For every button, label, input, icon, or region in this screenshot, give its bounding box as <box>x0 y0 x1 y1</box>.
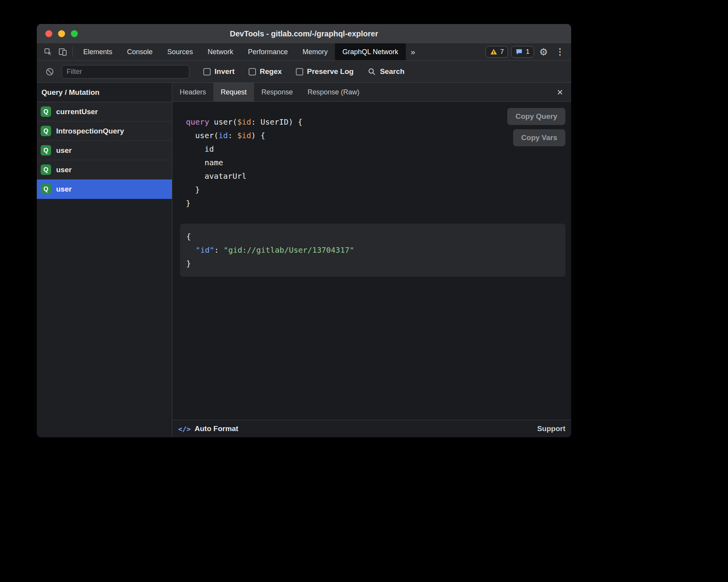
checkbox-box-invert[interactable] <box>203 68 211 75</box>
query-type-badge: Q <box>41 184 51 194</box>
code-token: "id" <box>196 245 214 255</box>
devtools-status-cluster: 7 1 ⚙ ⋮ <box>486 43 571 60</box>
messages-badge[interactable]: 1 <box>511 46 534 58</box>
variables-code: { "id": "gid://gitlab/User/13704317"} <box>186 230 559 270</box>
checkbox-regex[interactable]: Regex <box>249 67 282 76</box>
devtools-toolbar-icons <box>37 43 69 60</box>
filter-toolbar: InvertRegexPreserve Log Search <box>37 61 571 83</box>
query-type-badge: Q <box>41 145 51 156</box>
detail-tab-request[interactable]: Request <box>213 83 254 101</box>
close-window-button[interactable] <box>45 30 52 37</box>
devtools-tab-performance[interactable]: Performance <box>240 43 295 60</box>
warning-icon <box>490 48 498 56</box>
query-list-item-label: user <box>56 146 72 155</box>
more-tabs-chevron-icon[interactable]: » <box>406 43 421 60</box>
code-line: } <box>186 197 571 210</box>
code-token: : <box>228 131 237 140</box>
kebab-menu-icon[interactable]: ⋮ <box>553 47 567 57</box>
warnings-badge[interactable]: 7 <box>486 46 508 58</box>
device-toolbar-icon[interactable] <box>56 46 69 58</box>
code-token: } <box>186 185 200 194</box>
detail-tab-response-raw[interactable]: Response (Raw) <box>300 83 367 101</box>
devtools-tab-sources[interactable]: Sources <box>160 43 200 60</box>
messages-count: 1 <box>526 48 529 56</box>
detail-tab-response[interactable]: Response <box>254 83 300 101</box>
query-type-badge: Q <box>41 126 51 136</box>
code-line: { <box>186 230 559 243</box>
code-line: avatarUrl <box>186 169 571 183</box>
minimize-window-button[interactable] <box>58 30 65 37</box>
code-token <box>186 245 196 255</box>
variables-box: { "id": "gid://gitlab/User/13704317"} <box>180 224 565 277</box>
checkbox-box-regex[interactable] <box>249 68 256 75</box>
settings-gear-icon[interactable]: ⚙ <box>537 46 550 58</box>
code-brackets-icon: </> <box>178 425 191 433</box>
query-list-item[interactable]: Quser <box>37 141 172 160</box>
copy-vars-button[interactable]: Copy Vars <box>513 129 565 146</box>
search-icon <box>367 67 376 76</box>
close-detail-icon[interactable]: × <box>554 86 566 98</box>
support-link[interactable]: Support <box>537 425 565 433</box>
window-titlebar: DevTools - gitlab.com/-/graphql-explorer <box>37 24 571 43</box>
checkbox-label-regex: Regex <box>260 67 282 76</box>
auto-format-button[interactable]: Auto Format <box>195 425 239 433</box>
devtools-window: DevTools - gitlab.com/-/graphql-explorer… <box>37 24 571 437</box>
code-token: } <box>186 199 191 208</box>
code-token: id <box>186 144 214 154</box>
devtools-tab-graphql-network[interactable]: GraphQL Network <box>335 43 405 60</box>
devtools-tab-console[interactable]: Console <box>120 43 160 60</box>
query-type-badge: Q <box>41 164 51 175</box>
copy-buttons: Copy Query Copy Vars <box>507 108 565 146</box>
code-token: $id <box>237 117 251 127</box>
query-type-badge: Q <box>41 106 51 117</box>
code-token: { <box>186 232 191 241</box>
query-list-header: Query / Mutation <box>37 83 172 102</box>
query-list-item-label: user <box>56 166 72 174</box>
detail-tab-headers[interactable]: Headers <box>172 83 213 101</box>
detail-footer: </> Auto Format Support <box>172 420 571 437</box>
checkbox-label-invert: Invert <box>215 67 235 76</box>
traffic-lights <box>45 24 78 43</box>
query-list-item[interactable]: Quser <box>37 180 172 199</box>
code-token: id <box>218 131 228 140</box>
toolbar-checkboxes: InvertRegexPreserve Log <box>203 67 354 76</box>
query-list-item[interactable]: QcurrentUser <box>37 102 172 122</box>
code-token: : UserID) { <box>251 117 302 127</box>
filter-input[interactable] <box>62 65 189 79</box>
checkbox-preserve-log[interactable]: Preserve Log <box>296 67 354 76</box>
detail-panel: HeadersRequestResponseResponse (Raw) × C… <box>172 83 571 437</box>
checkbox-box-preserve-log[interactable] <box>296 68 303 75</box>
detail-tabbar: HeadersRequestResponseResponse (Raw) × <box>172 83 571 102</box>
detail-tabs: HeadersRequestResponseResponse (Raw) <box>172 83 367 101</box>
main-split: Query / Mutation QcurrentUserQIntrospect… <box>37 83 571 437</box>
zoom-window-button[interactable] <box>71 30 78 37</box>
code-token: avatarUrl <box>186 171 247 181</box>
code-line: } <box>186 257 559 270</box>
message-bubble-icon <box>515 48 523 56</box>
query-list-item-label: user <box>56 185 72 193</box>
devtools-tab-network[interactable]: Network <box>200 43 240 60</box>
code-token: name <box>186 158 223 167</box>
code-token: user( <box>186 131 218 140</box>
code-token: } <box>186 259 191 268</box>
warnings-count: 7 <box>500 48 504 56</box>
query-list-item[interactable]: Quser <box>37 160 172 180</box>
clear-block-icon[interactable] <box>43 65 56 78</box>
search-label: Search <box>380 67 404 76</box>
search-group[interactable]: Search <box>367 67 404 76</box>
devtools-tabbar-tabs: ElementsConsoleSourcesNetworkPerformance… <box>76 43 406 60</box>
copy-query-button[interactable]: Copy Query <box>507 108 565 125</box>
query-list-item[interactable]: QIntrospectionQuery <box>37 122 172 141</box>
request-pane: Copy Query Copy Vars query user($id: Use… <box>172 102 571 420</box>
inspect-element-icon[interactable] <box>41 46 55 58</box>
code-token: "gid://gitlab/User/13704317" <box>223 245 354 255</box>
checkbox-invert[interactable]: Invert <box>203 67 235 76</box>
checkbox-label-preserve-log: Preserve Log <box>307 67 354 76</box>
devtools-tab-memory[interactable]: Memory <box>295 43 335 60</box>
code-token: user( <box>209 117 237 127</box>
code-token: : <box>214 245 223 255</box>
code-token: $id <box>237 131 251 140</box>
devtools-tab-elements[interactable]: Elements <box>76 43 120 60</box>
query-list-item-label: IntrospectionQuery <box>56 127 124 135</box>
code-line: name <box>186 156 571 169</box>
